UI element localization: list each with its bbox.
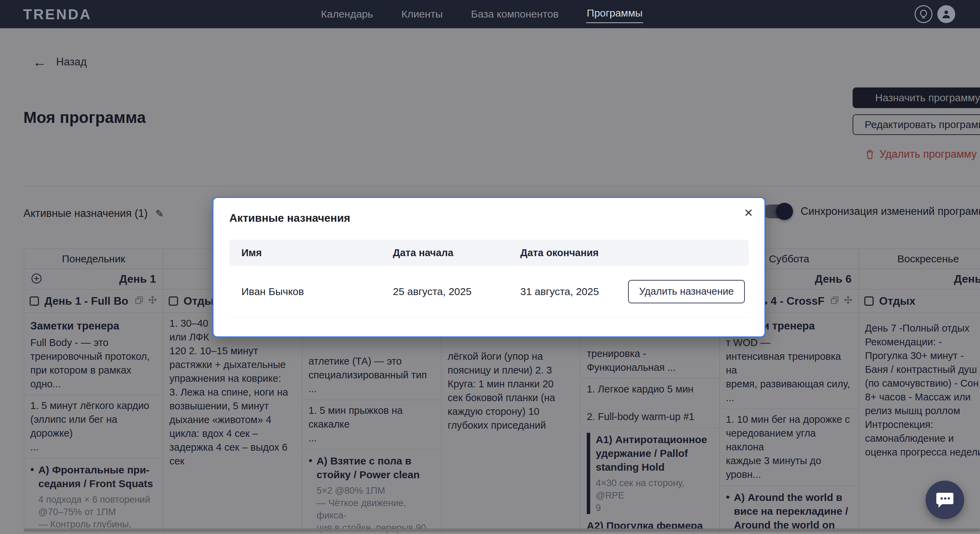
nav-item-components[interactable]: База компонентов: [470, 6, 559, 22]
nav-icons: [915, 5, 955, 23]
col-header-start: Дата начала: [381, 247, 508, 259]
assignment-start: 25 августа, 2025: [381, 286, 508, 297]
nav-item-calendar[interactable]: Календарь: [320, 6, 374, 22]
nav-item-programs[interactable]: Программы: [586, 5, 643, 23]
assignment-name: Иван Бычков: [229, 286, 381, 297]
profile-icon[interactable]: [937, 5, 955, 23]
delete-assignment-button[interactable]: Удалить назначение: [628, 280, 745, 304]
table-rows: Иван Бычков25 августа, 202531 августа, 2…: [229, 266, 749, 318]
close-icon[interactable]: ×: [744, 205, 753, 220]
active-assignments-modal: Активные назначения × Имя Дата начала Да…: [212, 197, 765, 337]
assignments-table: Имя Дата начала Дата окончания Иван Бычк…: [229, 240, 749, 318]
nav-item-clients[interactable]: Клиенты: [401, 6, 443, 22]
modal-title: Активные назначения: [229, 212, 749, 224]
app-logo: TRENDA: [23, 6, 92, 23]
assignment-row: Иван Бычков25 августа, 202531 августа, 2…: [229, 266, 749, 318]
lightbulb-icon[interactable]: [915, 5, 932, 23]
nav-links: КалендарьКлиентыБаза компонентовПрограмм…: [320, 0, 643, 28]
chat-button[interactable]: [926, 481, 964, 519]
col-header-name: Имя: [229, 247, 381, 259]
top-navbar: TRENDA КалендарьКлиентыБаза компонентовП…: [0, 0, 980, 28]
col-header-end: Дата окончания: [508, 247, 619, 259]
assignment-end: 31 августа, 2025: [508, 286, 619, 297]
chat-bubble-icon: [935, 491, 955, 509]
table-header: Имя Дата начала Дата окончания: [229, 240, 749, 266]
